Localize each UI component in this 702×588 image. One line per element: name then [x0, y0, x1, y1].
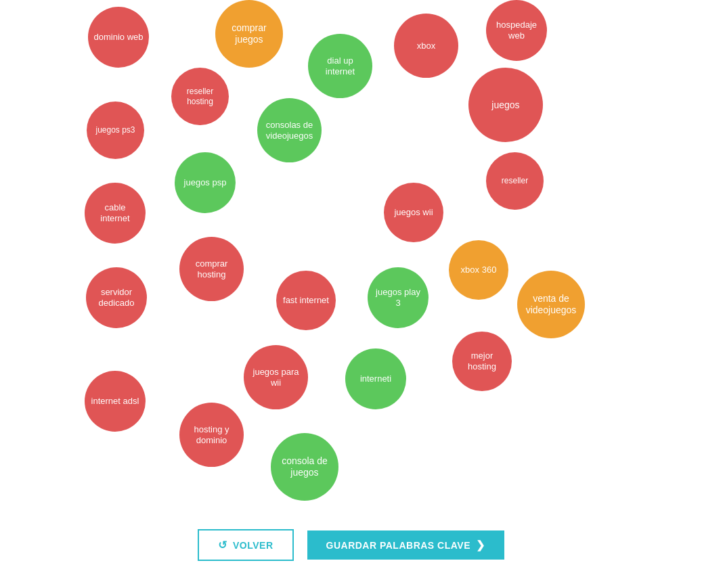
bubble-venta-videojuegos[interactable]: venta de videojuegos: [517, 271, 585, 338]
guardar-label: GUARDAR PALABRAS CLAVE: [326, 540, 470, 551]
volver-label: VOLVER: [233, 540, 273, 551]
arrow-icon: ❯: [476, 539, 485, 551]
bubble-comprar-juegos[interactable]: comprar juegos: [215, 0, 283, 68]
bubble-fast-internet[interactable]: fast internet: [276, 271, 336, 330]
bubble-internet-adsl[interactable]: internet adsl: [85, 371, 146, 432]
bubble-juegos-ps3[interactable]: juegos ps3: [87, 101, 144, 159]
bubble-interneti[interactable]: interneti: [345, 348, 406, 409]
bubble-juegos-psp[interactable]: juegos psp: [175, 152, 236, 213]
bubble-juegos-play3[interactable]: juegos play 3: [368, 267, 429, 328]
bubble-servidor-dedicado[interactable]: servidor dedicado: [86, 267, 147, 328]
bubble-hospedaje-web[interactable]: hospedaje web: [486, 0, 547, 61]
bubble-mejor-hosting[interactable]: mejor hosting: [452, 332, 512, 391]
bubble-dominio-web[interactable]: dominio web: [88, 7, 149, 68]
volver-button[interactable]: ↺ VOLVER: [198, 529, 293, 561]
bubble-cable-internet[interactable]: cable internet: [85, 183, 146, 244]
bubble-reseller-hosting[interactable]: reseller hosting: [171, 68, 229, 125]
bubble-juegos-wii[interactable]: juegos wii: [384, 183, 443, 242]
bubble-comprar-hosting[interactable]: comprar hosting: [179, 237, 244, 301]
refresh-icon: ↺: [218, 539, 227, 551]
bottom-bar: ↺ VOLVER GUARDAR PALABRAS CLAVE ❯: [0, 529, 702, 561]
bubble-consolas-videojuegos[interactable]: consolas de videojuegos: [257, 98, 322, 162]
bubble-xbox[interactable]: xbox: [394, 14, 458, 78]
bubble-juegos[interactable]: juegos: [468, 68, 543, 142]
bubble-reseller[interactable]: reseller: [486, 152, 544, 210]
bubble-xbox-360[interactable]: xbox 360: [449, 240, 508, 300]
bubble-juegos-para-wii[interactable]: juegos para wii: [244, 345, 308, 409]
bubble-consola-juegos[interactable]: consola de juegos: [271, 433, 338, 501]
bubble-dial-up-internet[interactable]: dial up internet: [308, 34, 372, 98]
guardar-button[interactable]: GUARDAR PALABRAS CLAVE ❯: [307, 530, 504, 560]
bubble-hosting-dominio[interactable]: hosting y dominio: [179, 403, 244, 467]
